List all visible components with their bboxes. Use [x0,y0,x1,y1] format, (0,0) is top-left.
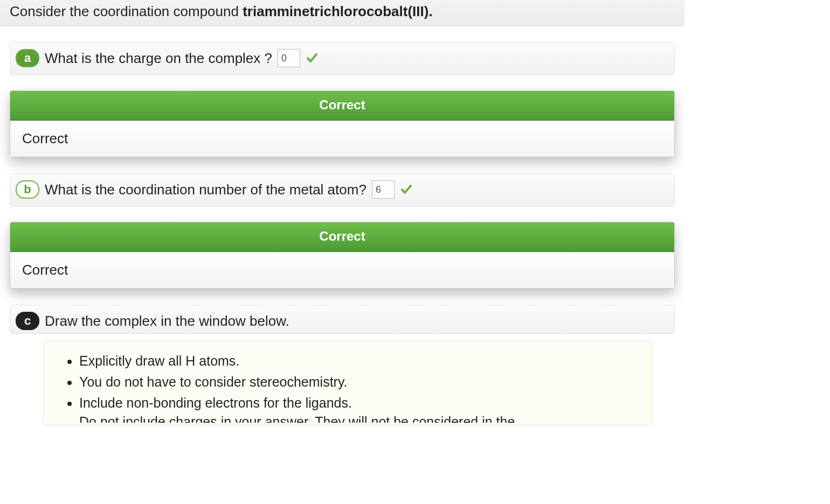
feedback-body: Correct [10,252,674,288]
part-a-feedback: Correct Correct [10,90,675,157]
instruction-item: Explicitly draw all H atoms. [79,351,635,372]
feedback-body: Correct [10,121,674,157]
header-prefix: Consider the coordination compound [10,3,243,19]
part-a-block: a What is the charge on the complex ? [10,42,675,75]
question-header: Consider the coordination compound triam… [0,0,684,26]
instruction-item: Include non-bonding electrons for the li… [79,393,635,414]
part-c-block: c Draw the complex in the window below. [10,305,675,334]
part-a-question: What is the charge on the complex ? [45,50,272,67]
part-c-instructions: Explicitly draw all H atoms. You do not … [43,340,652,425]
part-b-question: What is the coordination number of the m… [45,181,366,198]
instruction-item: You do not have to consider stereochemis… [79,372,635,393]
instruction-cutoff: Do not include charges in your answer. T… [60,414,635,423]
feedback-header: Correct [10,91,674,121]
part-c-badge: c [16,312,39,330]
compound-name: triamminetrichlorocobalt(III). [243,3,433,19]
part-b-block: b What is the coordination number of the… [10,173,675,207]
part-a-badge: a [16,49,39,67]
part-c-question: Draw the complex in the window below. [45,313,289,330]
part-b-answer-input[interactable] [372,180,395,199]
part-b-badge: b [16,180,39,199]
part-b-feedback: Correct Correct [10,222,675,289]
part-a-answer-input[interactable] [278,49,300,67]
checkmark-icon [400,183,413,196]
feedback-header: Correct [10,222,674,252]
checkmark-icon [306,52,319,65]
